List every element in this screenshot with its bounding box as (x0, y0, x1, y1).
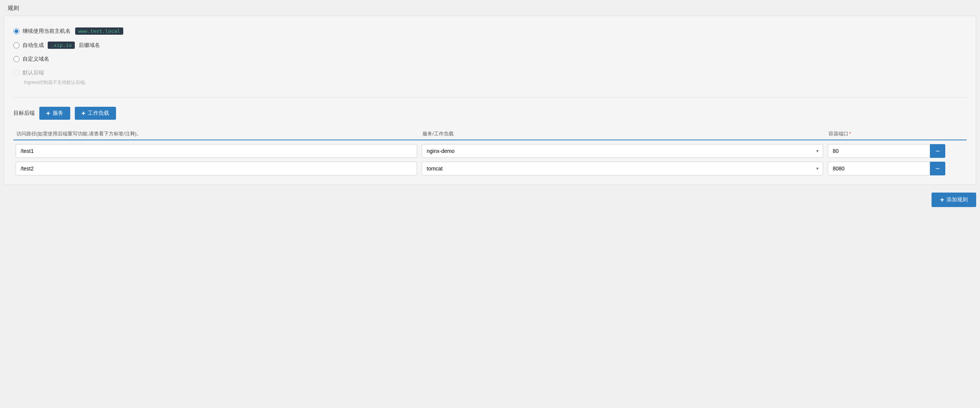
add-rule-plus-icon: + (940, 196, 944, 203)
table-row: nginx-demo tomcat other-service ▾ − (13, 162, 967, 175)
radio-current-hostname-label: 继续使用当前主机名 (23, 28, 71, 35)
header-service: 服务/工作负载 (419, 130, 825, 137)
radio-auto-subdomain-input[interactable] (13, 42, 19, 48)
radio-custom-domain-label: 自定义域名 (23, 56, 49, 63)
header-port: 容器端口* (825, 130, 948, 137)
port-input-2[interactable] (828, 162, 930, 175)
service-select-wrapper-2: nginx-demo tomcat other-service ▾ (422, 162, 823, 175)
service-select-1[interactable]: nginx-demo tomcat other-service (422, 144, 823, 158)
radio-auto-subdomain[interactable]: 自动生成 .xip.io 后缀域名 (13, 42, 967, 49)
path-input-2[interactable] (16, 162, 417, 175)
radio-group: 继续使用当前主机名 www.test.local 自动生成 .xip.io 后缀… (13, 27, 967, 86)
radio-default-backend-input[interactable] (13, 70, 19, 76)
service-select-wrapper-1: nginx-demo tomcat other-service ▾ (422, 144, 823, 158)
remove-row-2-button[interactable]: − (930, 162, 945, 175)
service-select-2[interactable]: nginx-demo tomcat other-service (422, 162, 823, 175)
radio-default-backend-label: 默认后端 (23, 69, 44, 76)
service-cell-2: nginx-demo tomcat other-service ▾ (419, 162, 825, 175)
radio-current-hostname-input[interactable] (13, 28, 19, 34)
page-wrapper: 规则 继续使用当前主机名 www.test.local 自动生成 .xip.io… (0, 0, 980, 408)
radio-custom-domain-input[interactable] (13, 56, 19, 62)
main-panel: 继续使用当前主机名 www.test.local 自动生成 .xip.io 后缀… (4, 16, 976, 185)
section-divider (13, 97, 967, 98)
table-header: 访问路径(如需使用后端重写功能,请查看下方标签/注释)。 服务/工作负载 容器端… (13, 127, 967, 140)
service-plus-icon: + (46, 110, 50, 117)
port-cell-2: − (825, 162, 948, 175)
service-cell-1: nginx-demo tomcat other-service ▾ (419, 144, 825, 158)
radio-auto-subdomain-label-prefix: 自动生成 (23, 42, 44, 49)
header-action (948, 130, 967, 137)
target-backend-row: 目标后端 + 服务 + 工作负载 (13, 107, 967, 120)
target-backend-label: 目标后端 (13, 110, 35, 117)
add-workload-button[interactable]: + 工作负载 (75, 107, 116, 120)
radio-current-hostname[interactable]: 继续使用当前主机名 www.test.local (13, 27, 967, 35)
path-input-1[interactable] (16, 144, 417, 158)
header-path: 访问路径(如需使用后端重写功能,请查看下方标签/注释)。 (13, 130, 419, 137)
workload-button-label: 工作负载 (88, 110, 109, 117)
service-button-label: 服务 (53, 110, 63, 117)
add-service-button[interactable]: + 服务 (39, 107, 70, 120)
port-required-star: * (849, 131, 851, 137)
default-backend-hint: Ingress控制器不支持默认后端。 (24, 79, 967, 86)
auto-subdomain-badge: .xip.io (48, 42, 75, 49)
workload-plus-icon: + (82, 110, 86, 117)
current-hostname-badge: www.test.local (75, 27, 123, 35)
footer-row: + 添加规则 (0, 185, 980, 211)
section-title: 规则 (0, 0, 980, 16)
path-cell-1 (13, 144, 419, 158)
port-cell-1: − (825, 144, 948, 158)
port-input-1[interactable] (828, 144, 930, 158)
radio-custom-domain[interactable]: 自定义域名 (13, 56, 967, 63)
radio-auto-subdomain-label-suffix: 后缀域名 (79, 42, 100, 49)
path-cell-2 (13, 162, 419, 175)
add-rule-label: 添加规则 (946, 196, 968, 203)
radio-default-backend[interactable]: 默认后端 (13, 69, 967, 76)
remove-row-1-button[interactable]: − (930, 144, 945, 158)
add-rule-button[interactable]: + 添加规则 (932, 193, 976, 207)
table-row: nginx-demo tomcat other-service ▾ − (13, 144, 967, 158)
